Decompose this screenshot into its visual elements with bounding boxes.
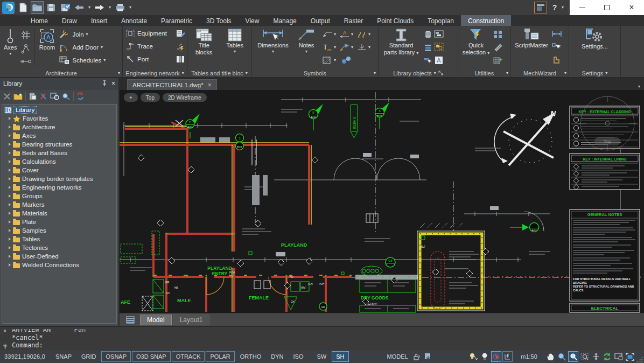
toggle-sh[interactable]: SH xyxy=(332,351,348,362)
dim-text-symbol-button[interactable]: A▾ xyxy=(338,30,355,39)
command-panel[interactable]: × ANYVIEW AN ' Pan *cancel* Command: xyxy=(0,326,644,350)
select-similar-icon[interactable] xyxy=(493,30,503,39)
select-part-icon[interactable] xyxy=(423,57,433,65)
undo-dropdown[interactable]: ▾ xyxy=(87,5,92,10)
text-attribute-icon[interactable]: A xyxy=(435,56,443,65)
port-button[interactable]: Port xyxy=(124,55,150,64)
annotation-scale[interactable]: m1:50 xyxy=(521,353,537,360)
position-balloons-button[interactable] xyxy=(338,56,355,65)
import-annotations-icon[interactable] xyxy=(423,351,433,362)
maximize-button[interactable] xyxy=(594,0,619,15)
paste-icon[interactable] xyxy=(29,92,37,100)
grid-axes-icon[interactable] xyxy=(20,30,31,40)
toggle-snap[interactable]: SNAP xyxy=(51,351,76,362)
isolate-objects-icon[interactable] xyxy=(468,351,479,362)
tree-item-samples[interactable]: Samples xyxy=(3,226,116,235)
tab-overflow-icon[interactable]: ▾ xyxy=(634,85,644,90)
zoom-icon[interactable] xyxy=(557,351,567,362)
tree-item-welded-connections[interactable]: Welded Connections xyxy=(3,261,116,269)
delete-icon[interactable] xyxy=(3,93,11,100)
weld-leader-symbol-button[interactable]: ▾ xyxy=(338,43,355,52)
tree-item-markers[interactable]: Markers xyxy=(3,200,116,209)
toggle-ortho[interactable]: ORTHO xyxy=(236,351,266,362)
tab-manage[interactable]: Manage xyxy=(266,15,303,26)
command-close-icon[interactable]: × xyxy=(3,328,6,333)
standard-parts-library-button[interactable]: Standard parts library ▾ xyxy=(380,27,422,68)
toggle-iso[interactable]: ISO xyxy=(289,351,308,362)
viewport-view-control[interactable]: Top xyxy=(141,93,160,102)
zoom-extents-icon[interactable] xyxy=(579,351,590,362)
tab-output[interactable]: Output xyxy=(304,15,337,26)
selection-cursor-toggle-icon[interactable] xyxy=(491,351,501,362)
document-tab[interactable]: ARCHITECTURAL1.dwg* × xyxy=(127,79,217,90)
dimensions-button[interactable]: Dimensions▾ xyxy=(254,27,292,68)
add-door-button[interactable]: Add Door▾ xyxy=(58,43,104,52)
tree-item-beds-and-bases[interactable]: Beds and Bases xyxy=(3,149,116,157)
tree-item-user-defined[interactable]: User-Defined xyxy=(3,252,116,261)
trace-button[interactable]: Trace xyxy=(124,42,154,51)
toggle-otrack[interactable]: OTRACK xyxy=(172,351,205,362)
zoom-window-icon[interactable] xyxy=(568,351,578,362)
panel-label-library-objects[interactable]: Library objects▾ xyxy=(379,69,458,77)
tab-draw[interactable]: Draw xyxy=(55,15,84,26)
panel-label-engineering[interactable]: Engineering network▾ xyxy=(123,69,187,77)
tree-item-engineering-networks[interactable]: Engineering networks xyxy=(3,183,116,192)
title-blocks-button[interactable]: Titleblocks xyxy=(193,27,214,68)
open-file-button[interactable] xyxy=(31,1,44,14)
dynamic-ucs-icon[interactable] xyxy=(502,351,513,362)
hide-objects-icon[interactable] xyxy=(480,351,490,362)
pan-icon[interactable] xyxy=(545,351,556,362)
network-columns-icon[interactable] xyxy=(176,55,185,64)
help-dropdown[interactable]: ▾ xyxy=(560,5,565,10)
tab-insert[interactable]: Insert xyxy=(84,15,114,26)
command-pin-icon[interactable] xyxy=(3,343,8,349)
quick-selection-button[interactable]: Quick selection ▾ xyxy=(460,27,492,68)
tree-item-axes[interactable]: Axes xyxy=(3,131,116,140)
tab-view[interactable]: View xyxy=(239,15,267,26)
tree-item-tectonics[interactable]: Tectonics xyxy=(3,243,116,252)
group-objects-icon[interactable] xyxy=(434,43,444,51)
floor-plan[interactable]: ELEV A. B A030 A A016 xyxy=(120,90,644,313)
toggle-o3dsnap[interactable]: O3D SNAP xyxy=(132,351,171,362)
document-close-icon[interactable]: × xyxy=(208,81,212,89)
undo-button[interactable] xyxy=(73,1,86,14)
workspace-switch-button[interactable] xyxy=(534,2,547,13)
panel-label-utilities[interactable]: Utilities▾ xyxy=(458,69,510,77)
tree-item-tables[interactable]: Tables xyxy=(3,235,116,243)
new-folder-icon[interactable] xyxy=(13,93,23,100)
tree-item-drawing-border-templates[interactable]: Drawing border templates xyxy=(3,174,116,183)
save-button[interactable] xyxy=(45,1,58,14)
tree-item-favorites[interactable]: Favorites xyxy=(3,114,116,123)
resize-grip[interactable] xyxy=(637,357,643,363)
node-axes-icon[interactable] xyxy=(20,44,31,54)
model-tab[interactable]: Model xyxy=(140,315,172,325)
help-button[interactable]: ? xyxy=(549,3,560,12)
redo-button[interactable] xyxy=(93,1,106,14)
tab-point-clouds[interactable]: Point Clouds xyxy=(370,15,421,26)
tree-item-materials[interactable]: Materials xyxy=(3,209,116,218)
toggle-polar[interactable]: POLAR xyxy=(206,351,234,362)
tree-item-plate[interactable]: Plate xyxy=(3,218,116,226)
lock-ui-icon[interactable] xyxy=(412,351,422,362)
tools-icon[interactable] xyxy=(39,92,47,100)
tab-annotate[interactable]: Annotate xyxy=(114,15,154,26)
new-file-button[interactable] xyxy=(17,1,30,14)
move-ucs-icon[interactable] xyxy=(591,351,601,362)
tab-3d-tools[interactable]: 3D Tools xyxy=(199,15,238,26)
weld-seam-symbol-button[interactable]: ▾ xyxy=(355,30,372,39)
tree-item-cover[interactable]: Cover xyxy=(3,166,116,174)
search-icon[interactable] xyxy=(62,93,71,100)
settings-button[interactable]: Settings... xyxy=(579,27,610,68)
layout-list-icon[interactable] xyxy=(126,316,135,324)
scriptmaster-button[interactable]: ScriptMaster xyxy=(513,27,550,68)
layout1-tab[interactable]: Layout1 xyxy=(173,315,210,325)
tab-parametric[interactable]: Parametric xyxy=(154,15,199,26)
dialog-launcher-icon[interactable] xyxy=(438,71,443,75)
leader-symbol-button[interactable]: ▾ xyxy=(320,31,338,38)
command-prompt[interactable]: Command: xyxy=(12,341,644,349)
network-power-icon[interactable] xyxy=(176,41,185,51)
tab-topoplan[interactable]: Topoplan xyxy=(421,15,461,26)
frame-object-icon[interactable] xyxy=(434,30,444,38)
equipment-button[interactable]: Equipment xyxy=(124,29,168,38)
viewport-add-button[interactable]: + xyxy=(124,93,138,102)
